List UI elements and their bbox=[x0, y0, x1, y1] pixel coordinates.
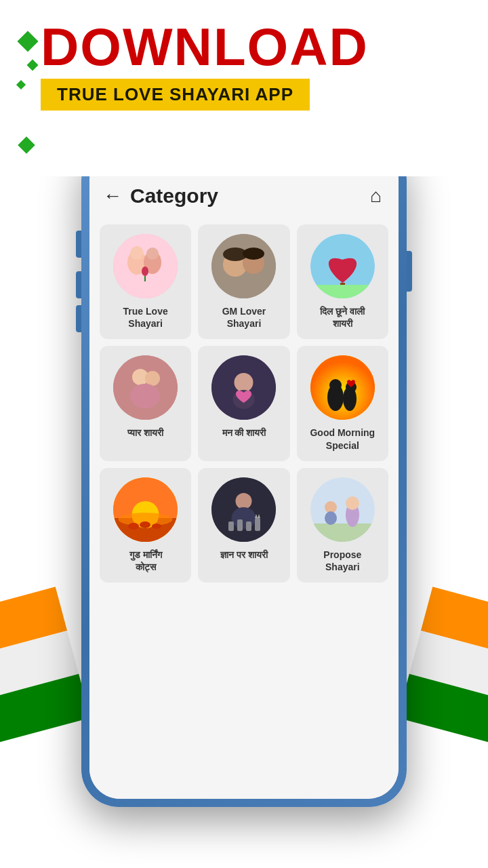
category-label-propose: ProposeShayari bbox=[323, 549, 361, 573]
svg-rect-40 bbox=[246, 521, 251, 531]
category-image-gud-morning bbox=[113, 477, 178, 542]
category-image-man-ki bbox=[211, 355, 276, 420]
svg-point-18 bbox=[130, 384, 160, 408]
svg-rect-41 bbox=[255, 518, 260, 531]
svg-point-11 bbox=[243, 248, 264, 260]
svg-point-34 bbox=[152, 524, 161, 529]
svg-point-33 bbox=[140, 521, 150, 528]
svg-point-20 bbox=[235, 373, 253, 392]
category-item-man-ki[interactable]: मन की शायरी bbox=[198, 346, 289, 460]
home-button[interactable]: ⌂ bbox=[370, 185, 382, 207]
subtitle-text: TRUE LOVE SHAYARI APP bbox=[57, 84, 293, 104]
category-image-gm-special bbox=[310, 355, 375, 420]
svg-point-5 bbox=[142, 267, 148, 276]
category-item-propose[interactable]: ProposeShayari bbox=[297, 468, 388, 583]
svg-point-48 bbox=[325, 511, 337, 525]
top-banner: DOWNLOAD TRUE LOVE SHAYARI APP bbox=[0, 0, 488, 176]
download-title: DOWNLOAD bbox=[41, 20, 369, 73]
category-image-dil-chune bbox=[310, 234, 375, 298]
phone-mockup: ← Category ⌂ bbox=[81, 142, 407, 807]
category-item-gud-morning[interactable]: गुड मार्निंगकोट्स bbox=[100, 468, 191, 583]
svg-rect-39 bbox=[237, 519, 243, 531]
category-label-gm-special: Good Morning Special bbox=[304, 427, 382, 451]
app-header: ← Category ⌂ bbox=[89, 174, 399, 218]
svg-rect-14 bbox=[310, 285, 375, 298]
category-image-gm-lover bbox=[211, 234, 276, 298]
category-label-pyaar: प्यार शायरी bbox=[127, 427, 163, 439]
category-grid: True LoveShayari bbox=[89, 218, 399, 589]
category-item-gyan[interactable]: ज्ञान पर शायरी bbox=[198, 468, 289, 583]
svg-point-37 bbox=[232, 507, 256, 529]
category-item-dil-chune[interactable]: दिल छूने वालीशायरी bbox=[297, 224, 388, 339]
category-item-gm-lover[interactable]: GM LoverShayari bbox=[198, 224, 289, 339]
category-image-true-love bbox=[113, 234, 178, 298]
page-title: Category bbox=[130, 184, 218, 208]
svg-point-17 bbox=[145, 371, 160, 386]
category-image-pyaar bbox=[113, 355, 178, 420]
svg-point-46 bbox=[346, 496, 359, 510]
svg-point-4 bbox=[146, 248, 159, 260]
category-image-propose bbox=[310, 477, 375, 542]
diamond-decoration-1 bbox=[17, 31, 38, 52]
category-label-dil-chune: दिल छूने वालीशायरी bbox=[320, 305, 365, 330]
category-label-gud-morning: गुड मार्निंगकोट्स bbox=[129, 549, 162, 573]
category-item-pyaar[interactable]: प्यार शायरी bbox=[100, 346, 191, 460]
diamond-decoration-2 bbox=[27, 60, 39, 71]
category-image-gyan bbox=[211, 477, 276, 542]
svg-rect-44 bbox=[310, 524, 375, 542]
svg-point-32 bbox=[128, 523, 139, 530]
category-label-true-love: True LoveShayari bbox=[123, 305, 168, 330]
back-button[interactable]: ← bbox=[103, 185, 122, 207]
svg-point-36 bbox=[236, 493, 252, 509]
diamond-decoration-3 bbox=[16, 80, 26, 90]
category-label-gyan: ज्ञान पर शायरी bbox=[220, 549, 268, 561]
svg-rect-38 bbox=[228, 521, 234, 531]
category-item-gm-special[interactable]: Good Morning Special bbox=[297, 346, 388, 460]
diamond-decoration-4 bbox=[18, 136, 35, 153]
svg-point-3 bbox=[130, 246, 144, 260]
app-screen: ← Category ⌂ bbox=[89, 151, 399, 799]
category-item-true-love[interactable]: True LoveShayari bbox=[100, 224, 191, 339]
subtitle-box: TRUE LOVE SHAYARI APP bbox=[41, 79, 310, 111]
category-label-gm-lover: GM LoverShayari bbox=[222, 305, 266, 330]
category-label-man-ki: मन की शायरी bbox=[222, 427, 266, 439]
svg-point-23 bbox=[310, 355, 375, 420]
svg-point-25 bbox=[329, 379, 342, 391]
